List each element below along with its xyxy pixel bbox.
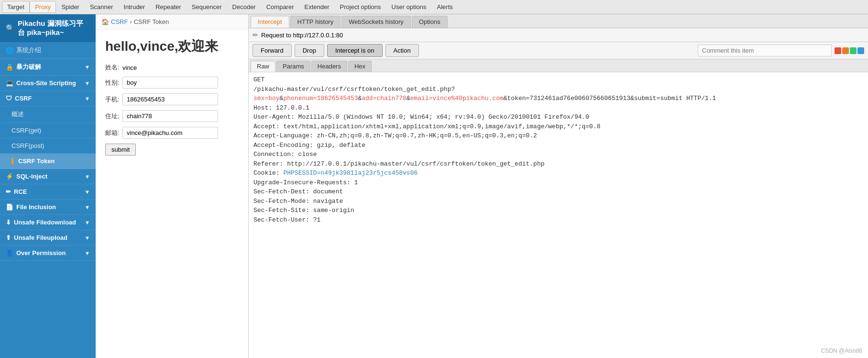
nav-tab-scanner[interactable]: Scanner (85, 1, 118, 13)
nav-tab-project-options[interactable]: Project options (335, 1, 386, 13)
gender-input[interactable] (122, 77, 218, 89)
action-button[interactable]: Action (385, 44, 419, 57)
nav-tab-target[interactable]: Target (2, 1, 30, 13)
form-row-email: 邮箱: (105, 127, 239, 139)
sidebar-item-over-permission[interactable]: 👤 Over Permission ▼ (0, 246, 96, 261)
sidebar-item-csrf-post[interactable]: CSRF(post) (0, 138, 96, 154)
nav-tab-spider[interactable]: Spider (56, 1, 85, 13)
sidebar-title: Pikachu 漏洞练习平台 pika~pika~ (18, 19, 90, 37)
sidebar-item-csrf-token[interactable]: CSRF Token (0, 154, 96, 169)
sidebar-item-unsafe-download[interactable]: ⬇ Unsafe Filedownload ▼ (0, 215, 96, 230)
chevron-right-icon-file: ▼ (85, 204, 90, 210)
sidebar-item-csrf-overview[interactable]: 概述 (0, 106, 96, 123)
shield-icon: 🛡 (6, 95, 12, 102)
sidebar-item-intro[interactable]: 🌐 系统介绍 (0, 42, 96, 59)
nav-tab-extender[interactable]: Extender (299, 1, 335, 13)
color-dot-red[interactable] (835, 47, 841, 54)
sidebar-item-csrf-post-label: CSRF(post) (11, 142, 44, 149)
form-row-phone: 手机: (105, 93, 239, 105)
sidebar-item-file-inclusion-label: File Inclusion (16, 203, 56, 211)
sidebar-item-sql-label: SQL-Inject (16, 173, 47, 180)
address-input[interactable] (122, 110, 218, 122)
sidebar-item-brute-force-label: 暴力破解 (16, 63, 41, 71)
color-dot-orange[interactable] (842, 47, 849, 54)
proxy-subtab-websockets[interactable]: WebSockets history (341, 16, 411, 28)
gender-label: 性别: (105, 78, 120, 87)
sidebar-item-rce[interactable]: ✏ RCE ▼ (0, 184, 96, 200)
proxy-subtabs: Intercept HTTP history WebSockets histor… (249, 14, 868, 28)
pikachu-icon: 🔍 (6, 24, 15, 33)
sidebar-item-csrf-get-label: CSRF(get) (11, 127, 41, 134)
request-label: Request to http://127.0.0.1:80 (261, 32, 343, 39)
chevron-right-icon-dl: ▼ (85, 220, 90, 225)
nav-tab-sequencer[interactable]: Sequencer (187, 1, 227, 13)
comment-input[interactable] (698, 45, 832, 56)
home-icon: 🏠 (101, 18, 109, 25)
nav-tab-user-options[interactable]: User options (386, 1, 432, 13)
req-line-url: /pikachu-master/vul/csrf/csrftoken/token… (253, 85, 863, 103)
sidebar-item-file-inclusion[interactable]: 📄 File Inclusion ▼ (0, 200, 96, 215)
req-accept-enc: Accept-Encoding: gzip, deflate (253, 141, 863, 150)
pikachu-web-content: 🏠 CSRF › CSRF Token hello,vince,欢迎来 姓名: … (96, 14, 249, 358)
color-dots (835, 47, 864, 54)
sidebar: 🔍 Pikachu 漏洞练习平台 pika~pika~ 🌐 系统介绍 🔒 暴力破… (0, 14, 96, 358)
nav-tab-proxy[interactable]: Proxy (30, 1, 56, 13)
sidebar-item-csrf[interactable]: 🛡 CSRF ▼ (0, 91, 96, 106)
sidebar-item-unsafe-upload[interactable]: ⬆ Unsafe Fileupload ▼ (0, 230, 96, 246)
req-cookie-value: PHPSESSID=n49jk3981laj23r5jcs458vs06 (283, 169, 418, 177)
req-cookie-label: Cookie: (253, 169, 283, 177)
req-param-email: email=vince%40pikachu.com (410, 95, 504, 102)
nav-tab-alerts[interactable]: Alerts (432, 1, 458, 13)
req-referer: Referer: http://127.0.0.1/pikachu-master… (253, 159, 863, 169)
req-rest: &token=7312461ad76e006075660651913&submi… (504, 95, 716, 102)
intercept-button[interactable]: Intercept is on (327, 44, 383, 57)
proxy-subtab-http-history[interactable]: HTTP history (290, 16, 341, 28)
sidebar-item-csrf-get[interactable]: CSRF(get) (0, 123, 96, 138)
sidebar-item-unsafe-download-label: Unsafe Filedownload (14, 219, 76, 226)
req-sec-user: Sec-Fetch-User: ?1 (253, 215, 863, 225)
csrf-form: 姓名: vince 性别: 手机: 住址: 邮箱: submit (96, 59, 248, 168)
sidebar-item-brute-force[interactable]: 🔒 暴力破解 ▼ (0, 59, 96, 76)
proxy-subtab-options[interactable]: Options (412, 16, 448, 28)
proxy-subtab-intercept[interactable]: Intercept (251, 16, 289, 28)
req-host: Host: 127.0.0.1 (253, 103, 863, 113)
email-label: 邮箱: (105, 129, 120, 137)
download-icon: ⬇ (6, 219, 11, 226)
req-sec-site: Sec-Fetch-Site: same-origin (253, 206, 863, 215)
top-navigation: Target Proxy Spider Scanner Intruder Rep… (0, 0, 868, 14)
drop-button[interactable]: Drop (295, 44, 324, 57)
nav-tab-comparer[interactable]: Comparer (261, 1, 299, 13)
user-icon: 👤 (6, 249, 13, 257)
globe-icon: 🌐 (6, 47, 13, 54)
color-dot-blue[interactable] (857, 47, 864, 54)
forward-button[interactable]: Forward (253, 44, 292, 57)
burp-panel: Intercept HTTP history WebSockets histor… (249, 14, 868, 358)
breadcrumb: 🏠 CSRF › CSRF Token (96, 14, 248, 30)
chevron-down-icon: ▼ (85, 64, 90, 70)
nav-tab-intruder[interactable]: Intruder (118, 1, 150, 13)
sidebar-item-sql[interactable]: ⚡ SQL-Inject ▼ (0, 169, 96, 184)
sidebar-item-csrf-overview-label: 概述 (11, 110, 24, 119)
email-input[interactable] (122, 127, 218, 139)
content-tab-params[interactable]: Params (276, 61, 310, 72)
breadcrumb-csrf-token: CSRF Token (134, 18, 169, 25)
content-tab-hex[interactable]: Hex (348, 61, 372, 72)
terminal-icon: ✏ (6, 188, 11, 195)
submit-button[interactable]: submit (105, 144, 136, 156)
nav-tab-repeater[interactable]: Repeater (150, 1, 186, 13)
sidebar-item-xss[interactable]: 💻 Cross-Site Scripting ▼ (0, 76, 96, 91)
nav-tab-decoder[interactable]: Decoder (227, 1, 261, 13)
request-header-bar: ✏ Request to http://127.0.0.1:80 (249, 28, 868, 42)
breadcrumb-csrf[interactable]: CSRF (111, 18, 128, 25)
req-accept: Accept: text/html,application/xhtml+xml,… (253, 122, 863, 132)
content-tab-raw[interactable]: Raw (251, 61, 275, 72)
content-tab-headers[interactable]: Headers (311, 61, 347, 72)
req-cookie-line: Cookie: PHPSESSID=n49jk3981laj23r5jcs458… (253, 168, 863, 178)
form-row-submit: submit (105, 144, 239, 156)
phone-input[interactable] (122, 93, 218, 105)
pencil-icon: ✏ (253, 31, 258, 39)
db-icon: ⚡ (6, 173, 13, 180)
action-toolbar: Forward Drop Intercept is on Action (249, 42, 868, 59)
request-body[interactable]: GET /pikachu-master/vul/csrf/csrftoken/t… (249, 72, 868, 358)
color-dot-green[interactable] (850, 47, 857, 54)
